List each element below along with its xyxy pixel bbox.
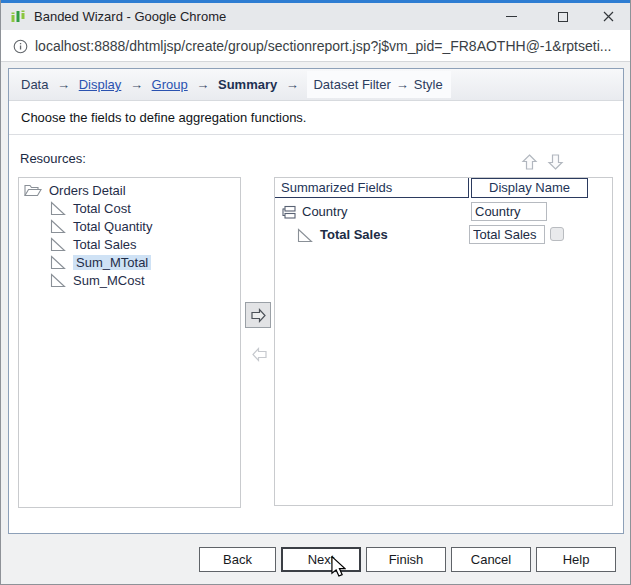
group-field-label[interactable]: Country: [302, 204, 348, 219]
add-field-button[interactable]: [245, 302, 271, 328]
tree-node-sum-mtotal[interactable]: Sum_MTotal: [19, 253, 240, 271]
table-row: Country: [275, 202, 612, 222]
back-button[interactable]: Back: [199, 547, 276, 572]
field-triangle-icon: [50, 237, 66, 252]
tree-node-label[interactable]: Sum_MCost: [73, 273, 145, 288]
breadcrumb-step-summary: Summary: [218, 77, 277, 92]
tree-node-label[interactable]: Total Quantity: [73, 219, 153, 234]
help-button[interactable]: Help: [536, 547, 616, 572]
window-title: Banded Wizard - Google Chrome: [34, 9, 226, 24]
close-icon[interactable]: [592, 3, 624, 30]
tree-node-total-cost[interactable]: Total Cost: [19, 199, 240, 217]
column-header-display-name[interactable]: Display Name: [471, 178, 588, 198]
wizard-footer: Back Next Finish Cancel Help: [1, 547, 631, 573]
breadcrumb-separator: →: [130, 77, 143, 92]
tree-node-total-sales[interactable]: Total Sales: [19, 235, 240, 253]
remove-field-button: [249, 345, 269, 363]
breadcrumb-step-group[interactable]: Group: [152, 77, 188, 92]
resources-label: Resources:: [20, 151, 86, 166]
summary-field-label[interactable]: Total Sales: [320, 227, 388, 242]
move-up-icon[interactable]: [521, 153, 538, 175]
field-triangle-icon: [50, 201, 66, 216]
resources-tree: Orders Detail Total Cost Total Quantity …: [19, 178, 240, 289]
app-logo-icon: [10, 8, 26, 30]
breadcrumb-separator: →: [57, 77, 70, 92]
maximize-icon[interactable]: [547, 3, 579, 30]
cancel-button[interactable]: Cancel: [451, 547, 531, 572]
breadcrumb-step-display[interactable]: Display: [79, 77, 122, 92]
finish-button[interactable]: Finish: [366, 547, 446, 572]
address-bar[interactable]: localhost:8888/dhtmljsp/create/group/sec…: [1, 30, 631, 62]
breadcrumb-separator: →: [196, 77, 209, 92]
breadcrumb-future-steps: Dataset Filter→Style: [307, 71, 450, 98]
move-down-icon[interactable]: [547, 153, 564, 175]
summary-checkbox[interactable]: [550, 227, 564, 241]
tree-node-total-quantity[interactable]: Total Quantity: [19, 217, 240, 235]
resources-tree-panel: Orders Detail Total Cost Total Quantity …: [18, 177, 241, 508]
breadcrumb-separator: →: [396, 77, 409, 92]
wizard-dialog: Data → Display → Group → Summary → Datas…: [8, 68, 624, 534]
display-name-input-total-sales[interactable]: [469, 225, 545, 244]
breadcrumb-step-dataset-filter: Dataset Filter: [313, 77, 390, 92]
minimize-icon[interactable]: [495, 3, 527, 30]
tree-node-orders-detail[interactable]: Orders Detail: [19, 181, 240, 199]
next-button[interactable]: Next: [281, 547, 361, 572]
instruction-text: Choose the fields to define aggregation …: [9, 101, 623, 135]
field-triangle-icon: [50, 273, 66, 288]
titlebar: Banded Wizard - Google Chrome: [1, 3, 631, 30]
info-icon[interactable]: [13, 39, 28, 58]
breadcrumb-step-style: Style: [414, 77, 443, 92]
group-icon: [281, 205, 296, 222]
url-text: localhost:8888/dhtmljsp/create/group/sec…: [35, 38, 611, 54]
tree-node-sum-mcost[interactable]: Sum_MCost: [19, 271, 240, 289]
column-header-summarized-fields[interactable]: Summarized Fields: [275, 178, 469, 198]
tree-node-label-selected[interactable]: Sum_MTotal: [73, 255, 151, 270]
tree-node-label[interactable]: Total Cost: [73, 201, 131, 216]
breadcrumb: Data → Display → Group → Summary → Datas…: [9, 69, 623, 101]
breadcrumb-separator: →: [286, 77, 299, 92]
table-row: Total Sales: [275, 225, 612, 245]
breadcrumb-step-data: Data: [21, 77, 48, 92]
tree-node-label[interactable]: Total Sales: [73, 237, 137, 252]
field-triangle-icon: [50, 255, 66, 270]
display-name-input-country[interactable]: [471, 202, 547, 221]
summarized-fields-panel: Summarized Fields Display Name Country T…: [274, 177, 613, 506]
field-triangle-icon: [297, 228, 313, 246]
field-triangle-icon: [50, 219, 66, 234]
open-folder-icon: [24, 183, 42, 197]
tree-node-label[interactable]: Orders Detail: [49, 183, 126, 198]
